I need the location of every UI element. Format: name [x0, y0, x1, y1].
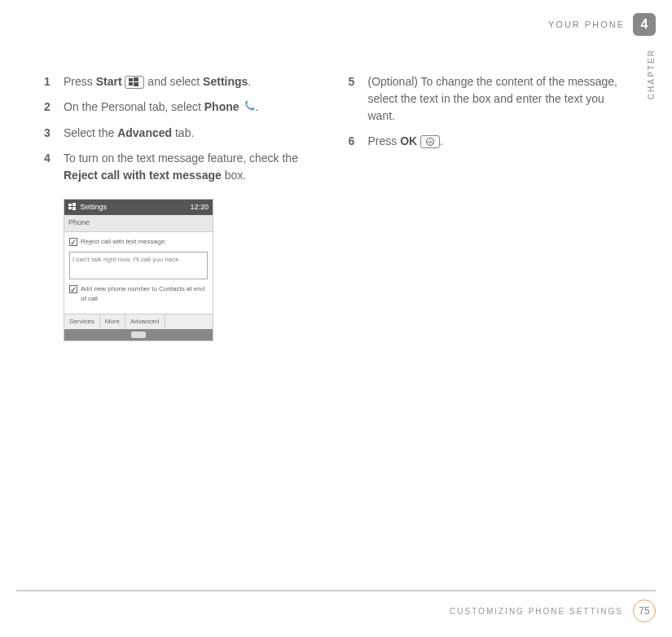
screenshot-time: 12:20	[190, 202, 209, 213]
step-text: To turn on the text message feature, che…	[64, 150, 324, 184]
step-5: 5 (Optional) To change the content of th…	[349, 73, 629, 125]
screenshot-window-title: Settings	[68, 202, 107, 213]
screenshot-statusbar: Settings 12:20	[64, 200, 213, 216]
screenshot-pane-title: Phone	[64, 215, 213, 232]
main-content: 1 Press Start and select Settings. 2 On …	[44, 73, 628, 341]
svg-rect-4	[68, 204, 72, 206]
svg-rect-3	[134, 82, 138, 86]
svg-rect-1	[134, 77, 138, 81]
step-number: 2	[44, 99, 55, 116]
chapter-label: CHAPTER	[647, 49, 656, 99]
ok-button-icon: ok	[420, 135, 440, 148]
svg-text:ok: ok	[428, 139, 433, 144]
step-3: 3 Select the Advanced tab.	[44, 125, 324, 142]
step-number: 3	[44, 125, 55, 142]
svg-rect-0	[129, 78, 133, 81]
screenshot-checkbox-reject: Reject call with text message:	[69, 237, 208, 247]
screenshot-tab: Services	[64, 314, 100, 329]
footer-title: CUSTOMIZING PHONE SETTINGS	[450, 607, 623, 616]
step-text: (Optional) To change the content of the …	[368, 73, 629, 125]
header-title: YOUR PHONE	[548, 20, 625, 29]
screenshot-tabs: Services More Advanced	[64, 314, 213, 329]
screenshot-body: Reject call with text message: I can't t…	[64, 232, 213, 314]
screenshot-message-textbox: I can't talk right now. I'll call you ba…	[69, 252, 208, 279]
page-footer: CUSTOMIZING PHONE SETTINGS 75	[16, 590, 656, 622]
screenshot-tab: Advanced	[125, 314, 165, 329]
svg-rect-2	[129, 82, 133, 86]
page-header: YOUR PHONE 4	[548, 13, 656, 36]
checkbox-icon	[69, 238, 77, 246]
windows-start-icon	[125, 76, 144, 89]
step-number: 5	[349, 73, 360, 125]
step-text: Press OK ok .	[368, 133, 629, 150]
step-1: 1 Press Start and select Settings.	[44, 73, 324, 90]
step-6: 6 Press OK ok .	[349, 133, 629, 150]
svg-rect-5	[72, 203, 76, 206]
step-number: 1	[44, 73, 55, 90]
step-text: On the Personal tab, select Phone .	[64, 99, 324, 116]
step-number: 6	[349, 133, 360, 150]
screenshot-tab: More	[100, 314, 125, 329]
svg-rect-7	[72, 207, 76, 210]
step-text: Press Start and select Settings.	[64, 73, 324, 90]
step-number: 4	[44, 150, 55, 184]
device-screenshot: Settings 12:20 Phone Reject call with te…	[64, 199, 213, 341]
right-column: 5 (Optional) To change the content of th…	[349, 73, 629, 341]
step-text: Select the Advanced tab.	[64, 125, 324, 142]
left-column: 1 Press Start and select Settings. 2 On …	[44, 73, 324, 341]
screenshot-softkey-bar	[64, 329, 213, 340]
svg-rect-6	[68, 207, 72, 209]
checkbox-icon	[69, 285, 77, 293]
step-2: 2 On the Personal tab, select Phone .	[44, 99, 324, 116]
step-4: 4 To turn on the text message feature, c…	[44, 150, 324, 184]
page-number: 75	[633, 600, 656, 622]
screenshot-checkbox-addcontact: Add new phone number to Contacts at end …	[69, 284, 208, 304]
chapter-number-badge: 4	[633, 13, 656, 36]
phone-icon	[244, 99, 255, 116]
